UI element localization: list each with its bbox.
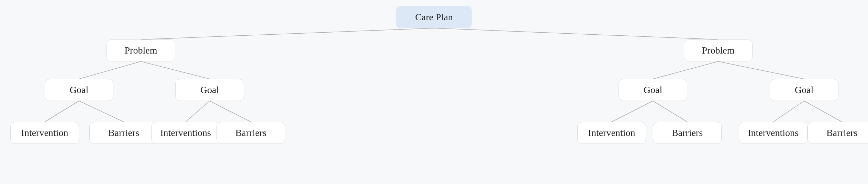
intervention-3-label: Intervention (588, 127, 635, 138)
interventions-2-label: Interventions (160, 127, 211, 138)
svg-line-11 (653, 101, 687, 122)
svg-line-6 (45, 101, 79, 122)
svg-line-0 (141, 28, 434, 39)
svg-line-12 (773, 101, 804, 122)
barriers-4-label: Barriers (826, 127, 857, 138)
svg-line-4 (653, 61, 718, 79)
barriers-4-node: Barriers (808, 122, 868, 144)
problem-2-node: Problem (684, 39, 753, 61)
svg-line-3 (141, 61, 210, 79)
interventions-4-label: Interventions (748, 127, 799, 138)
svg-line-5 (718, 61, 804, 79)
barriers-3-label: Barriers (672, 127, 703, 138)
goal-1-node: Goal (45, 79, 113, 101)
goal-3-label: Goal (644, 84, 662, 95)
svg-line-8 (186, 101, 210, 122)
svg-line-10 (612, 101, 653, 122)
goal-2-label: Goal (200, 84, 219, 95)
goal-4-node: Goal (770, 79, 838, 101)
tree-container: Care Plan Problem Problem Goal Goal Goal… (0, 0, 868, 184)
goal-1-label: Goal (70, 84, 88, 95)
barriers-1-node: Barriers (89, 122, 158, 144)
intervention-1-label: Intervention (21, 127, 68, 138)
svg-line-9 (210, 101, 251, 122)
svg-line-1 (434, 28, 718, 39)
care-plan-node: Care Plan (396, 6, 472, 28)
barriers-3-node: Barriers (653, 122, 722, 144)
goal-3-node: Goal (619, 79, 687, 101)
interventions-4-node: Interventions (739, 122, 808, 144)
barriers-1-label: Barriers (108, 127, 139, 138)
intervention-1-node: Intervention (10, 122, 79, 144)
goal-2-node: Goal (175, 79, 244, 101)
problem-2-label: Problem (702, 45, 735, 56)
svg-line-13 (804, 101, 842, 122)
barriers-2-label: Barriers (235, 127, 266, 138)
goal-4-label: Goal (795, 84, 813, 95)
svg-line-7 (79, 101, 124, 122)
care-plan-label: Care Plan (415, 12, 453, 23)
intervention-3-node: Intervention (577, 122, 646, 144)
interventions-2-node: Interventions (151, 122, 220, 144)
problem-1-label: Problem (125, 45, 157, 56)
barriers-2-node: Barriers (216, 122, 285, 144)
svg-line-2 (79, 61, 141, 79)
problem-1-node: Problem (107, 39, 175, 61)
